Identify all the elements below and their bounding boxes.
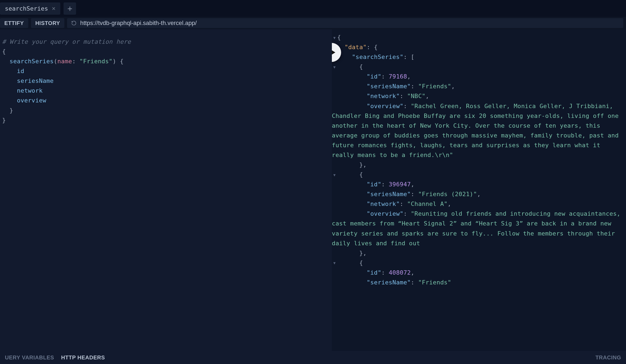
http-headers-tab[interactable]: HTTP HEADERS (61, 354, 105, 361)
play-icon (332, 48, 336, 57)
tabs-bar: searchSeries ✕ + (0, 0, 626, 17)
fold-icon[interactable]: ▼ (332, 172, 337, 178)
result-pane[interactable]: ▼{ ▼ "data": { ▼ "searchSeries": [ ▼ { "… (332, 29, 626, 351)
close-icon[interactable]: ✕ (52, 5, 55, 11)
tracing-tab[interactable]: TRACING (595, 354, 621, 361)
fold-icon[interactable]: ▼ (332, 64, 337, 70)
tab-searchseries[interactable]: searchSeries ✕ (0, 2, 60, 15)
new-tab-button[interactable]: + (64, 2, 76, 15)
bottom-bar: UERY VARIABLES HTTP HEADERS TRACING (0, 351, 626, 364)
query-editor[interactable]: # Write your query or mutation here { se… (0, 29, 332, 351)
history-button[interactable]: HISTORY (31, 18, 64, 28)
reload-icon[interactable] (71, 20, 77, 26)
tab-title: searchSeries (5, 5, 48, 12)
endpoint-bar (67, 18, 623, 28)
fold-icon[interactable]: ▼ (332, 260, 337, 266)
query-variables-tab[interactable]: UERY VARIABLES (5, 354, 54, 361)
plus-icon: + (67, 4, 72, 13)
main-area: # Write your query or mutation here { se… (0, 29, 626, 351)
prettify-button[interactable]: ETTIFY (0, 18, 28, 28)
query-comment: # Write your query or mutation here (2, 38, 131, 45)
toolbar: ETTIFY HISTORY (0, 17, 626, 29)
fold-icon[interactable]: ▼ (332, 35, 337, 41)
endpoint-input[interactable] (80, 20, 619, 27)
